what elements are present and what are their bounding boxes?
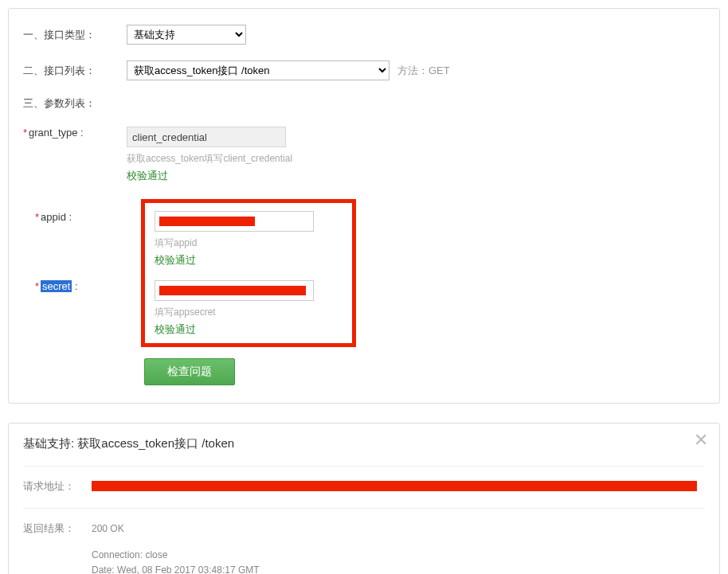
required-mark: *	[35, 280, 39, 292]
label-secret: *secret :	[35, 280, 155, 292]
required-mark: *	[35, 211, 39, 223]
hint-grant-type: 获取access_token填写client_credential	[127, 152, 292, 166]
api-form-panel: 一、接口类型： 基础支持 二、接口列表： 获取access_token接口 /t…	[8, 8, 720, 404]
valid-grant-type: 校验通过	[127, 169, 292, 183]
grant-type-block: 获取access_token填写client_credential 校验通过	[127, 127, 292, 183]
status-line: 200 OK	[92, 521, 728, 537]
header-connection: Connection: close	[92, 548, 728, 563]
label-response: 返回结果：	[23, 521, 92, 536]
required-mark: *	[23, 127, 27, 139]
method-label: 方法：GET	[397, 64, 450, 78]
row-response: 返回结果： 200 OK Connection: close Date: Wed…	[23, 521, 705, 574]
label-appid: *appid :	[35, 211, 155, 223]
appid-block: 填写appid 校验通过	[155, 211, 314, 267]
hint-secret: 填写appsecret	[155, 306, 314, 319]
row-request-url: 请求地址：	[23, 479, 705, 494]
hint-appid: 填写appid	[155, 236, 314, 250]
input-grant-type[interactable]	[127, 127, 286, 147]
response-body: 200 OK Connection: close Date: Wed, 08 F…	[92, 521, 728, 574]
row-params-header: 三、参数列表：	[23, 96, 705, 111]
redacted-url	[92, 481, 697, 491]
redacted-secret	[159, 286, 306, 295]
divider	[23, 508, 705, 509]
request-url-value	[92, 479, 697, 491]
row-secret: *secret : 填写appsecret 校验通过	[35, 280, 342, 337]
row-appid: *appid : 填写appid 校验通过	[35, 211, 342, 267]
select-interface-list[interactable]: 获取access_token接口 /token	[127, 61, 389, 80]
row-interface-list: 二、接口列表： 获取access_token接口 /token 方法：GET	[23, 61, 705, 80]
select-interface-type[interactable]: 基础支持	[127, 25, 246, 45]
header-date: Date: Wed, 08 Feb 2017 03:48:17 GMT	[92, 563, 728, 574]
row-interface-type: 一、接口类型： 基础支持	[23, 25, 705, 45]
valid-secret: 校验通过	[155, 322, 314, 337]
label-grant-type: *grant_type :	[23, 127, 127, 139]
divider	[23, 466, 705, 467]
close-icon[interactable]: ✕	[694, 431, 708, 449]
label-interface-type: 一、接口类型：	[23, 28, 127, 42]
result-panel: ✕ 基础支持: 获取access_token接口 /token 请求地址： 返回…	[8, 423, 720, 574]
result-title: 基础支持: 获取access_token接口 /token	[23, 436, 705, 451]
label-request-url: 请求地址：	[23, 479, 92, 494]
highlight-box-credentials: *appid : 填写appid 校验通过 *secret :	[141, 199, 356, 347]
secret-block: 填写appsecret 校验通过	[155, 280, 314, 337]
label-params: 三、参数列表：	[23, 96, 127, 111]
check-button[interactable]: 检查问题	[144, 358, 235, 385]
valid-appid: 校验通过	[155, 253, 314, 267]
row-grant-type: *grant_type : 获取access_token填写client_cre…	[23, 127, 705, 183]
redacted-appid	[159, 217, 255, 226]
label-interface-list: 二、接口列表：	[23, 64, 127, 78]
